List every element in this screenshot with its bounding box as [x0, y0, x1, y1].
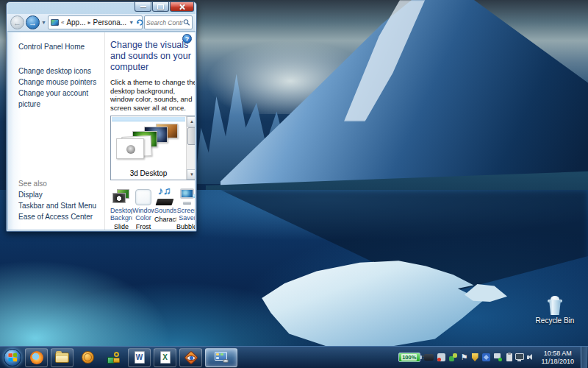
- keyboard-icon: [156, 199, 174, 205]
- theme-item-3d-desktop[interactable]: 3d Desktop: [112, 122, 185, 179]
- taskbar: W X 100% ⚑: [0, 346, 588, 368]
- taskbar-photo-viewer-button[interactable]: [179, 348, 202, 367]
- theme-list-selected-sliver[interactable]: [112, 117, 185, 121]
- clock-date: 11/18/2010: [542, 358, 574, 366]
- back-button[interactable]: ←: [10, 15, 24, 29]
- address-dropdown-icon[interactable]: ▼: [129, 20, 134, 25]
- refresh-button[interactable]: [136, 18, 144, 26]
- minimize-icon: [140, 6, 146, 7]
- window-color-icon[interactable]: [132, 187, 154, 207]
- titlebar[interactable]: [7, 2, 196, 14]
- windows-flag-icon: [8, 353, 17, 362]
- photo-icon: [112, 193, 126, 203]
- setting-desktop-background: Desktop Background Slide Show: [110, 187, 132, 230]
- history-dropdown-button[interactable]: ▼: [41, 20, 46, 25]
- screen-saver-icon[interactable]: [176, 187, 195, 207]
- tray-blue-app-icon[interactable]: [482, 353, 490, 361]
- window-client-area: Control Panel Home Change desktop icons …: [8, 32, 195, 230]
- forward-button[interactable]: →: [26, 15, 40, 29]
- tray-network-status-icon[interactable]: [494, 353, 502, 361]
- tray-display-icon[interactable]: [515, 353, 523, 361]
- close-button[interactable]: [170, 2, 194, 12]
- page-title: Change the visuals and sounds on your co…: [110, 40, 195, 73]
- windows-orb-icon: [4, 349, 21, 367]
- sidebar-item-taskbar-start-menu[interactable]: Taskbar and Start Menu: [18, 200, 96, 211]
- system-tray: 100% ⚑ 10:58 AM 11/18/2010: [398, 347, 588, 368]
- address-bar[interactable]: « App... ▸ Persona... ▼: [48, 15, 143, 29]
- theme-preview-card-front: [116, 138, 144, 159]
- tray-action-center-flag-icon[interactable]: ⚑: [461, 353, 468, 361]
- see-also-header: See also: [18, 178, 96, 189]
- close-icon: [179, 4, 185, 10]
- taskbar-clock[interactable]: 10:58 AM 11/18/2010: [539, 350, 577, 365]
- sounds-value: Characters: [154, 216, 176, 223]
- sidebar-item-change-mouse-pointers[interactable]: Change mouse pointers: [18, 77, 104, 88]
- monitor-stand-icon: [183, 202, 191, 205]
- personalization-window: ← → ▼ « App... ▸ Persona... ▼: [6, 1, 197, 232]
- sounds-link[interactable]: Sounds: [154, 207, 176, 214]
- personalization-icon: [51, 19, 59, 26]
- theme-list-scrollbar[interactable]: ▲ ▼: [186, 116, 195, 180]
- theme-list[interactable]: 3d Desktop ▲ ▼: [110, 116, 195, 180]
- screen-saver-link[interactable]: Screen Saver: [176, 207, 195, 222]
- power-plug-icon[interactable]: [424, 354, 434, 361]
- taskbar-word-button[interactable]: W: [128, 348, 151, 367]
- theme-settings-row: Desktop Background Slide Show Window Col…: [110, 187, 195, 230]
- window-color-value: Frost: [132, 223, 154, 230]
- taskbar-personalization-button-active[interactable]: [205, 348, 237, 367]
- battery-percent: 100%: [401, 354, 417, 361]
- desktop-background-link[interactable]: Desktop Background: [110, 207, 132, 222]
- sidebar-item-control-panel-home[interactable]: Control Panel Home: [18, 41, 104, 52]
- scrollbar-thumb[interactable]: [187, 127, 195, 145]
- setting-sounds: ♪♫ Sounds Characters: [154, 187, 176, 230]
- control-panel-window-icon: [215, 352, 229, 363]
- tray-security-shield-icon[interactable]: [472, 353, 478, 361]
- sidebar-item-ease-of-access[interactable]: Ease of Access Center: [18, 211, 96, 222]
- breadcrumb-personalization[interactable]: Persona...: [93, 18, 127, 26]
- recycle-bin-label: Recycle Bin: [532, 316, 578, 325]
- start-button[interactable]: [1, 347, 24, 368]
- eye-icon: [184, 351, 198, 364]
- window-color-link[interactable]: Window Color: [132, 207, 154, 222]
- tray-clipboard-icon[interactable]: [506, 353, 512, 361]
- sidebar-item-change-account-picture[interactable]: Change your account picture: [18, 88, 104, 110]
- help-button[interactable]: ?: [182, 34, 192, 43]
- tray-sync-icon[interactable]: [437, 353, 445, 361]
- crumb-overflow-icon[interactable]: «: [61, 19, 64, 26]
- navigation-bar: ← → ▼ « App... ▸ Persona... ▼: [7, 14, 196, 32]
- bubble-icon: [193, 194, 195, 198]
- search-box[interactable]: [144, 15, 193, 29]
- maximize-button[interactable]: [152, 2, 169, 12]
- breadcrumb-app[interactable]: App...: [66, 18, 85, 26]
- sidebar-item-display[interactable]: Display: [18, 189, 96, 200]
- tray-network-people-icon[interactable]: [449, 353, 457, 361]
- tray-volume-icon[interactable]: [527, 353, 535, 361]
- recycle-bin[interactable]: Recycle Bin: [532, 296, 578, 325]
- scroll-down-button[interactable]: ▼: [187, 169, 195, 180]
- taskbar-explorer-button[interactable]: [51, 348, 74, 367]
- taskbar-excel-button[interactable]: X: [154, 348, 176, 367]
- setting-screen-saver: Screen Saver Bubbles: [176, 187, 195, 230]
- taskbar-firefox-button[interactable]: [25, 348, 48, 367]
- caption-buttons: [134, 2, 194, 12]
- back-icon: ←: [13, 18, 21, 27]
- sounds-icon[interactable]: ♪♫: [154, 187, 176, 207]
- clock-time: 10:58 AM: [542, 350, 574, 358]
- monitor-icon: [180, 188, 194, 199]
- desktop-background-icon[interactable]: [110, 187, 132, 207]
- sidebar-item-change-desktop-icons[interactable]: Change desktop icons: [18, 66, 104, 77]
- forward-icon: →: [29, 18, 37, 27]
- screen-saver-value: Bubbles: [176, 223, 195, 230]
- lock-key-icon: [107, 352, 120, 364]
- show-desktop-button[interactable]: [581, 347, 587, 368]
- recycle-bin-icon[interactable]: [548, 296, 562, 315]
- taskbar-keepass-button[interactable]: [102, 348, 125, 367]
- minimize-button[interactable]: [135, 2, 151, 12]
- search-input[interactable]: [146, 19, 183, 26]
- word-icon: W: [135, 351, 145, 364]
- recycle-bin-body: [548, 300, 562, 315]
- taskbar-coin-app-button[interactable]: [76, 348, 99, 367]
- battery-indicator[interactable]: 100%: [398, 353, 420, 362]
- scroll-up-button[interactable]: ▲: [187, 116, 195, 127]
- desktop-background-value: Slide Show: [110, 223, 132, 230]
